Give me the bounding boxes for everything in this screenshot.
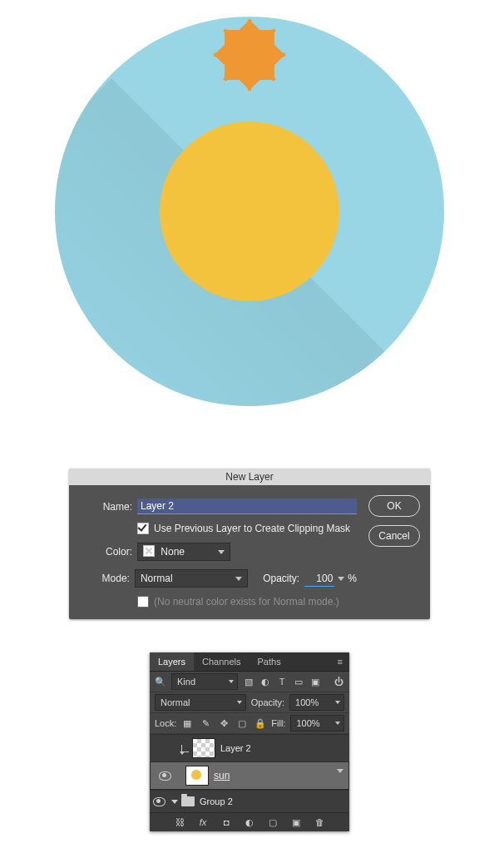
disclosure-triangle-icon[interactable] — [171, 800, 178, 804]
search-icon: 🔍 — [155, 676, 166, 687]
color-value: None — [161, 546, 185, 558]
lock-pixels-icon[interactable]: ▦ — [181, 717, 193, 729]
panel-menu-icon[interactable]: ≡ — [338, 657, 343, 667]
panel-tabs: Layers Channels Paths ≡ — [150, 652, 349, 672]
new-group-icon[interactable]: ▢ — [267, 816, 279, 828]
panel-footer: ⛓ fx ◘ ◐ ▢ ▣ 🗑 — [150, 812, 349, 831]
layer-list: Layer 2 sun Group 2 — [150, 734, 349, 812]
new-layer-dialog: New Layer OK Cancel Name: Layer 2 Use Pr… — [69, 469, 430, 619]
none-swatch-icon — [143, 545, 155, 557]
clipping-mask-checkbox[interactable] — [137, 523, 149, 534]
new-layer-icon[interactable]: ▣ — [290, 816, 302, 828]
tab-layers[interactable]: Layers — [150, 652, 194, 671]
filter-toggle-icon[interactable]: ⏻ — [333, 676, 344, 687]
canvas: New Layer OK Cancel Name: Layer 2 Use Pr… — [0, 0, 499, 868]
sun-core — [160, 122, 339, 301]
layer-name[interactable]: sun — [214, 767, 332, 784]
opacity-label: Opacity: — [263, 573, 299, 584]
lock-artboard-icon[interactable]: ▢ — [236, 717, 248, 729]
layer-row[interactable]: sun — [150, 761, 349, 790]
clipping-mask-label: Use Previous Layer to Create Clipping Ma… — [154, 523, 350, 534]
mode-label: Mode: — [82, 573, 135, 584]
layer-name[interactable]: Group 2 — [200, 796, 349, 806]
color-label: Color: — [82, 546, 137, 558]
eye-icon — [153, 797, 166, 806]
neutral-fill-checkbox — [137, 596, 149, 608]
folder-icon — [181, 796, 195, 806]
tab-channels[interactable]: Channels — [194, 652, 249, 671]
layers-panel: Layers Channels Paths ≡ 🔍 Kind ▧ ◐ T ▭ ▣… — [150, 652, 349, 831]
ok-button[interactable]: OK — [368, 495, 420, 517]
lock-all-icon[interactable]: 🔒 — [254, 717, 266, 729]
delete-layer-icon[interactable]: 🗑 — [314, 816, 325, 828]
lock-brush-icon[interactable]: ✎ — [200, 717, 211, 729]
type-filter-icon[interactable]: T — [276, 676, 288, 687]
clipping-indicator-icon — [181, 745, 189, 752]
dialog-title: New Layer — [69, 469, 430, 485]
color-select[interactable]: None — [137, 543, 230, 561]
image-filter-icon[interactable]: ▧ — [243, 676, 254, 687]
opacity-unit: % — [348, 573, 357, 584]
link-layers-icon[interactable]: ⛓ — [174, 816, 185, 828]
layer-thumbnail[interactable] — [185, 766, 209, 786]
fill-label: Fill: — [271, 718, 285, 728]
new-adjustment-icon[interactable]: ◐ — [244, 816, 255, 828]
mode-value: Normal — [141, 573, 173, 584]
tab-paths[interactable]: Paths — [250, 652, 289, 671]
layer-thumbnail[interactable] — [192, 738, 215, 758]
layer-row[interactable]: Layer 2 — [150, 734, 349, 761]
layer-fx-icon[interactable]: fx — [197, 816, 209, 828]
cancel-button[interactable]: Cancel — [368, 525, 420, 547]
name-label: Name: — [82, 501, 137, 513]
adjustment-filter-icon[interactable]: ◐ — [259, 676, 271, 687]
blend-mode-select[interactable]: Normal — [155, 694, 246, 711]
opacity-input[interactable]: 100 — [304, 571, 334, 587]
visibility-toggle[interactable] — [150, 797, 168, 806]
panel-opacity-label: Opacity: — [251, 697, 284, 707]
panel-opacity-select[interactable]: 100% — [289, 694, 344, 711]
eye-icon — [159, 771, 171, 781]
layer-group-row[interactable]: Group 2 — [150, 790, 349, 812]
lock-label: Lock: — [155, 718, 176, 728]
fill-select[interactable]: 100% — [290, 715, 344, 732]
name-input[interactable]: Layer 2 — [137, 498, 357, 514]
add-mask-icon[interactable]: ◘ — [220, 816, 232, 828]
lock-position-icon[interactable]: ✥ — [218, 717, 230, 729]
smartobj-filter-icon[interactable]: ▣ — [309, 676, 321, 687]
visibility-toggle[interactable] — [156, 771, 174, 781]
kind-filter-select[interactable]: Kind — [171, 673, 238, 690]
chevron-down-icon[interactable] — [338, 577, 344, 581]
neutral-note: (No neutral color exists for Normal mode… — [154, 596, 339, 608]
layer-name[interactable]: Layer 2 — [220, 743, 349, 753]
sun-illustration — [55, 17, 444, 406]
mode-select[interactable]: Normal — [135, 569, 248, 588]
shape-filter-icon[interactable]: ▭ — [293, 676, 304, 687]
